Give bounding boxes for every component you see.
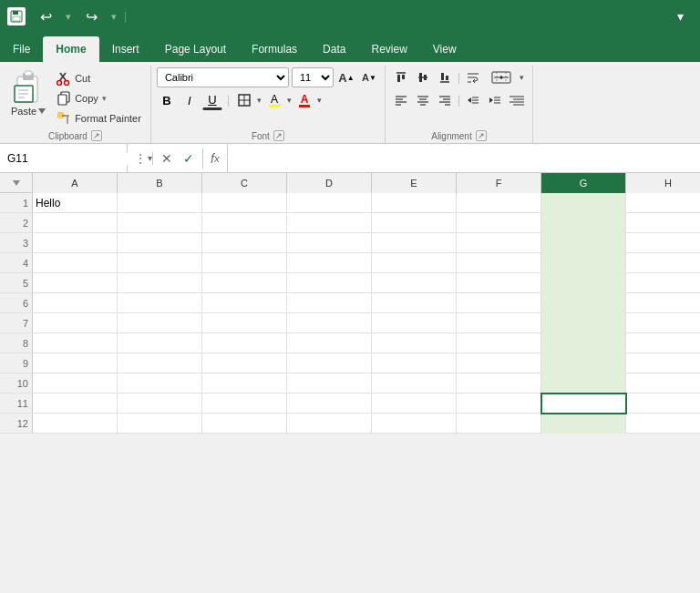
- cell-b12[interactable]: [118, 414, 202, 434]
- cell-b9[interactable]: [118, 353, 202, 373]
- cell-d3[interactable]: [287, 233, 372, 253]
- row-header-8[interactable]: 8: [0, 333, 33, 353]
- cell-f11[interactable]: [457, 394, 541, 414]
- cell-a9[interactable]: [33, 353, 118, 373]
- cell-g4[interactable]: [541, 253, 626, 273]
- cell-g11[interactable]: [541, 394, 626, 414]
- cell-a5[interactable]: [33, 273, 118, 293]
- indent-more-button[interactable]: [507, 90, 527, 110]
- cell-d9[interactable]: [287, 353, 372, 373]
- cell-h5[interactable]: [626, 273, 700, 293]
- cell-f6[interactable]: [457, 293, 541, 313]
- cell-c10[interactable]: [202, 373, 287, 394]
- cell-b8[interactable]: [118, 333, 202, 353]
- cell-a2[interactable]: [33, 213, 118, 233]
- cell-f3[interactable]: [457, 233, 541, 253]
- borders-dropdown[interactable]: ▾: [257, 96, 262, 105]
- increase-indent-button[interactable]: [485, 90, 505, 110]
- cell-e1[interactable]: [372, 193, 457, 213]
- cell-a4[interactable]: [33, 253, 118, 273]
- cell-f2[interactable]: [457, 213, 541, 233]
- row-header-5[interactable]: 5: [0, 273, 33, 292]
- undo-button[interactable]: ↩: [33, 5, 58, 27]
- decrease-indent-button[interactable]: [463, 90, 483, 110]
- borders-button[interactable]: [234, 90, 254, 110]
- align-center-button[interactable]: [413, 90, 433, 110]
- cell-d8[interactable]: [287, 333, 372, 353]
- copy-button[interactable]: Copy ▾: [53, 89, 145, 107]
- cell-a12[interactable]: [33, 414, 118, 434]
- cell-f8[interactable]: [457, 333, 541, 353]
- cell-d11[interactable]: [287, 394, 372, 414]
- cell-b3[interactable]: [118, 233, 202, 253]
- align-top-button[interactable]: [391, 67, 411, 87]
- cancel-formula-button[interactable]: ✕: [157, 148, 177, 169]
- tab-formulas[interactable]: Formulas: [239, 36, 310, 62]
- cell-h2[interactable]: [626, 213, 700, 233]
- cell-d10[interactable]: [287, 373, 372, 394]
- cell-b2[interactable]: [118, 213, 202, 233]
- col-header-f[interactable]: F: [457, 173, 541, 193]
- col-header-g[interactable]: G: [541, 173, 626, 193]
- cell-d1[interactable]: [287, 193, 372, 213]
- col-header-c[interactable]: C: [202, 173, 287, 193]
- formula-input[interactable]: [228, 152, 700, 165]
- cell-g1[interactable]: [541, 193, 626, 213]
- cell-g9[interactable]: [541, 353, 626, 373]
- cell-b7[interactable]: [118, 313, 202, 333]
- cell-a6[interactable]: [33, 293, 118, 313]
- col-header-a[interactable]: A: [33, 173, 118, 193]
- cell-a11[interactable]: [33, 394, 118, 414]
- cell-g12[interactable]: [541, 414, 626, 434]
- cell-a3[interactable]: [33, 233, 118, 253]
- cell-e5[interactable]: [372, 273, 457, 293]
- grow-font-button[interactable]: A▲: [336, 67, 356, 87]
- row-header-12[interactable]: 12: [0, 414, 33, 433]
- tab-page-layout[interactable]: Page Layout: [152, 36, 239, 62]
- row-header-10[interactable]: 10: [0, 373, 33, 393]
- clipboard-expand-button[interactable]: ↗: [91, 130, 102, 141]
- copy-dropdown-arrow[interactable]: ▾: [102, 94, 107, 103]
- cell-c1[interactable]: [202, 193, 287, 213]
- cell-b11[interactable]: [118, 394, 202, 414]
- cell-e9[interactable]: [372, 353, 457, 373]
- alignment-expand-button[interactable]: ↗: [476, 130, 487, 141]
- col-header-e[interactable]: E: [372, 173, 457, 193]
- fill-color-dropdown[interactable]: ▾: [287, 96, 292, 105]
- row-header-11[interactable]: 11: [0, 394, 33, 413]
- font-name-select[interactable]: Calibri Arial Times New Roman: [157, 67, 289, 87]
- cell-d12[interactable]: [287, 414, 372, 434]
- tab-file[interactable]: File: [0, 36, 43, 62]
- cell-h1[interactable]: [626, 193, 700, 213]
- cell-g2[interactable]: [541, 213, 626, 233]
- shrink-font-button[interactable]: A▼: [359, 67, 379, 87]
- cell-e11[interactable]: [372, 394, 457, 414]
- cell-c3[interactable]: [202, 233, 287, 253]
- cell-g6[interactable]: [541, 293, 626, 313]
- cell-f12[interactable]: [457, 414, 541, 434]
- cell-a8[interactable]: [33, 333, 118, 353]
- bold-button[interactable]: B: [157, 90, 177, 110]
- row-header-1[interactable]: 1: [0, 193, 33, 212]
- cell-d7[interactable]: [287, 313, 372, 333]
- row-header-9[interactable]: 9: [0, 353, 33, 373]
- cell-e6[interactable]: [372, 293, 457, 313]
- cell-h6[interactable]: [626, 293, 700, 313]
- fill-color-button[interactable]: A: [264, 90, 284, 110]
- cell-c8[interactable]: [202, 333, 287, 353]
- cell-b4[interactable]: [118, 253, 202, 273]
- cell-g3[interactable]: [541, 233, 626, 253]
- format-painter-button[interactable]: Format Painter: [53, 109, 145, 128]
- customize-qat-button[interactable]: ▾: [667, 5, 693, 27]
- redo-button[interactable]: ↪: [78, 5, 104, 27]
- cell-d5[interactable]: [287, 273, 372, 293]
- wrap-text-button[interactable]: [463, 67, 483, 87]
- col-header-b[interactable]: B: [118, 173, 202, 193]
- cell-d6[interactable]: [287, 293, 372, 313]
- cell-g8[interactable]: [541, 333, 626, 353]
- cell-g7[interactable]: [541, 313, 626, 333]
- cell-d2[interactable]: [287, 213, 372, 233]
- cell-f4[interactable]: [457, 253, 541, 273]
- cell-b5[interactable]: [118, 273, 202, 293]
- cell-h11[interactable]: [626, 394, 700, 414]
